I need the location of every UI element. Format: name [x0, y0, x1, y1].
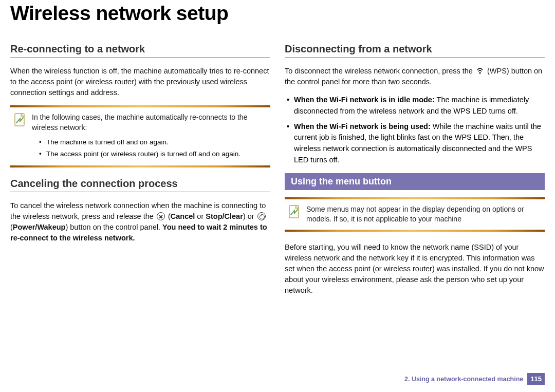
text-bold: Stop/Clear [206, 212, 243, 220]
para-before-starting: Before starting, you will need to know t… [285, 242, 545, 296]
content-columns: Re-connecting to a network When the wire… [10, 43, 545, 303]
heading-canceling: Canceling the connection process [10, 178, 270, 192]
heading-reconnecting: Re-connecting to a network [10, 43, 270, 58]
para-disconnect: To disconnect the wireless network conne… [285, 66, 545, 87]
manual-page: Wireless network setup Re-connecting to … [0, 0, 555, 392]
heading-disconnecting: Disconnecting from a network [285, 43, 545, 58]
note-lead: In the following cases, the machine auto… [32, 113, 267, 133]
para-reconnecting: When the wireless function is off, the m… [10, 66, 270, 98]
note-menu-availability: Some menus may not appear in the display… [285, 197, 545, 232]
wps-icon [476, 67, 484, 75]
text-fragment: To disconnect the wireless network conne… [285, 67, 475, 75]
text-bold: Power/Wakeup [13, 223, 66, 231]
note-item: The access point (or wireless router) is… [39, 148, 267, 160]
note-icon [288, 204, 301, 220]
note-reconnect-cases: In the following cases, the machine auto… [10, 105, 270, 167]
section-bar-using-menu: Using the menu button [285, 173, 545, 190]
text-fragment: ) or [243, 212, 256, 220]
text-fragment: ( [166, 212, 171, 220]
right-column: Disconnecting from a network To disconne… [285, 43, 545, 303]
text-fragment: or [195, 212, 206, 220]
disconnect-bullets: When the Wi-Fi network is in idle mode: … [285, 95, 545, 166]
svg-point-1 [479, 72, 480, 73]
note-text: Some menus may not appear in the display… [306, 204, 542, 225]
bullet-item: When the Wi-Fi network is in idle mode: … [285, 95, 545, 117]
power-icon [257, 212, 266, 220]
footer-chapter: 2. Using a network-connected machine [404, 376, 523, 383]
bullet-item: When the Wi-Fi network is being used: Wh… [285, 121, 545, 166]
cancel-icon [157, 212, 165, 220]
text-fragment: ) button on the control panel. [65, 223, 162, 231]
text-bold: When the Wi-Fi network is in idle mode: [294, 96, 435, 104]
note-sublist: The machine is turned off and on again. … [39, 137, 267, 160]
para-canceling: To cancel the wireless network connectio… [10, 200, 270, 244]
note-item: The machine is turned off and on again. [39, 137, 267, 148]
note-icon [13, 113, 27, 128]
text-bold: Cancel [171, 212, 195, 220]
page-title: Wireless network setup [10, 0, 545, 29]
footer-page-number: 115 [527, 373, 545, 385]
left-column: Re-connecting to a network When the wire… [10, 43, 270, 303]
page-footer: 2. Using a network-connected machine 115 [404, 373, 545, 385]
text-bold: When the Wi-Fi network is being used: [294, 122, 431, 130]
